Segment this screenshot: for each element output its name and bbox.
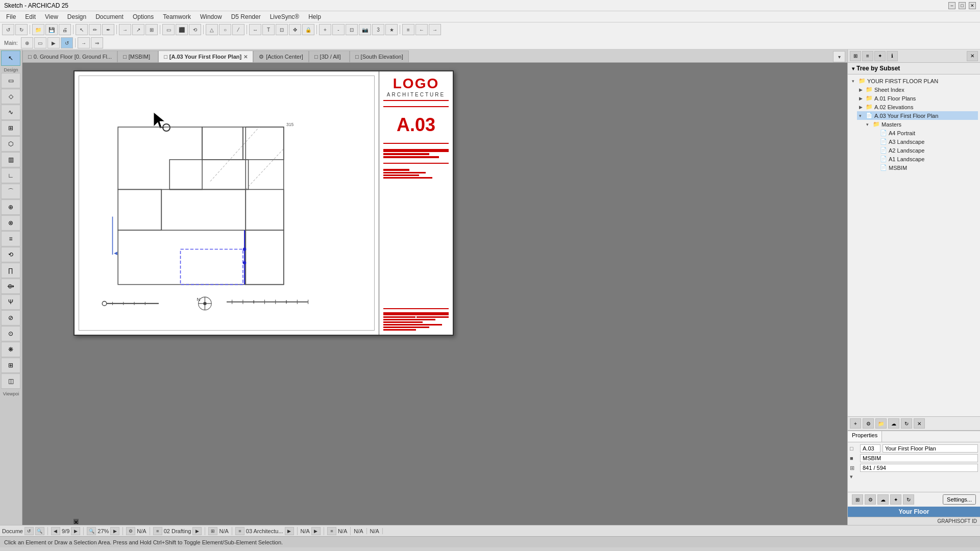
tree-item-root[interactable]: ▾ 📁 YOUR FIRST FLOOR PLAN [850, 77, 978, 85]
menu-teamwork[interactable]: Teamwork [159, 12, 195, 21]
tb-lock[interactable]: 🔒 [302, 24, 314, 35]
tool-column[interactable]: ◇ [1, 89, 20, 104]
tb-arrow[interactable]: ↖ [76, 24, 88, 35]
tool-corner[interactable]: ∟ [1, 168, 20, 183]
tb-magic[interactable]: ✏ [89, 24, 101, 35]
tree-item-a3[interactable]: 📄 A3 Landscape [871, 137, 978, 146]
menu-file[interactable]: File [2, 12, 20, 21]
close-button[interactable]: ✕ [969, 2, 976, 9]
tool-stair[interactable]: ≡ [1, 231, 20, 246]
tool-shell[interactable]: ⟴ [1, 279, 20, 294]
tb-cam[interactable]: 📷 [359, 24, 371, 35]
status-layer2-next[interactable]: ▶ [285, 527, 294, 535]
tool-fill[interactable]: ▥ [1, 152, 20, 167]
tool-railing[interactable]: ⟲ [1, 247, 20, 262]
tb-multi[interactable]: ⊞ [145, 24, 158, 35]
maximize-button[interactable]: □ [959, 2, 966, 9]
rp-tab-properties[interactable]: ✦ [874, 51, 886, 61]
menu-help[interactable]: Help [304, 12, 325, 21]
menu-edit[interactable]: Edit [21, 12, 40, 21]
status-na4-icon[interactable]: ≡ [327, 527, 336, 535]
tb-save[interactable]: 💾 [45, 24, 58, 35]
menu-d5render[interactable]: D5 Render [227, 12, 265, 21]
tool-library[interactable]: ⊞ [1, 358, 20, 373]
status-zoom-right[interactable]: ▶ [110, 527, 119, 535]
canvas-wrapper[interactable]: N [22, 63, 847, 525]
tool-viewport[interactable]: ◫ [1, 373, 20, 389]
rb-tab-properties[interactable]: Properties [848, 431, 882, 442]
tab-south[interactable]: □ [South Elevation] [350, 51, 409, 62]
status-zoom-out[interactable]: 🔍 [35, 527, 44, 535]
tool-slab[interactable]: ⊞ [1, 120, 20, 136]
status-nav-next[interactable]: ▶ [71, 527, 80, 535]
rb-icon-3[interactable]: ☁ [877, 494, 889, 505]
tab-ground-floor[interactable]: □ 0. Ground Floor [0. Ground Fl... [22, 51, 117, 62]
tb-layers[interactable]: ≡ [402, 24, 414, 35]
rp-tab-organizer[interactable]: ≡ [862, 51, 873, 61]
tb-select3[interactable]: ▶ [47, 37, 60, 48]
tb-open[interactable]: 📁 [32, 24, 44, 35]
rp-action-folder[interactable]: 📁 [875, 418, 887, 429]
status-nav-prev[interactable]: ◀ [51, 527, 60, 535]
rp-tab-close[interactable]: ✕ [967, 51, 978, 61]
tb-redo[interactable]: ↻ [15, 24, 28, 35]
tb-move[interactable]: ✥ [289, 24, 301, 35]
tool-arc[interactable]: ⌒ [1, 184, 20, 199]
tab-floor-plan[interactable]: □ [A.03 Your First Floor Plan] ✕ [158, 51, 253, 62]
tree-item-masters[interactable]: ▾ 📁 Masters [864, 120, 978, 129]
status-zoom-btn[interactable]: 🔍 [87, 527, 96, 535]
tree-item-elevations[interactable]: ▶ 📁 A.02 Elevations [857, 103, 978, 111]
rb-icon-1[interactable]: ⊞ [852, 494, 863, 505]
menu-options[interactable]: Options [129, 12, 158, 21]
status-na3-btn[interactable]: ▶ [311, 527, 321, 535]
tb-zoom-in[interactable]: + [319, 24, 331, 35]
scroll-corner[interactable]: ✕ [74, 519, 79, 524]
tree-item-sheet-index[interactable]: ▶ 📁 Sheet Index [857, 85, 978, 94]
tb-wall[interactable]: ▭ [162, 24, 175, 35]
rp-tab-info[interactable]: ℹ [887, 51, 898, 61]
tool-beam[interactable]: ∿ [1, 105, 20, 120]
menu-design[interactable]: Design [63, 12, 90, 21]
menu-view[interactable]: View [41, 12, 62, 21]
tb-back[interactable]: ← [415, 24, 428, 35]
tb-fwd[interactable]: → [429, 24, 441, 35]
tb-arrow3[interactable]: ↗ [132, 24, 144, 35]
tool-arrow[interactable]: ↖ [1, 51, 20, 66]
tree-item-a2[interactable]: 📄 A2 Landscape [871, 146, 978, 155]
settings-button[interactable]: Settings... [943, 494, 976, 505]
rp-action-close[interactable]: ✕ [914, 418, 925, 429]
status-layer1-next[interactable]: ▶ [192, 527, 202, 535]
tool-morph[interactable]: Ψ [1, 294, 20, 310]
tool-window[interactable]: ⊗ [1, 215, 20, 231]
rp-tab-navigator[interactable]: ⊞ [850, 51, 861, 61]
window-controls[interactable]: – □ ✕ [948, 2, 976, 9]
tb-print[interactable]: 🖨 [59, 24, 71, 35]
minimize-button[interactable]: – [948, 2, 955, 9]
tb-arrow2[interactable]: → [119, 24, 131, 35]
tb-wall2[interactable]: ⬛ [176, 24, 188, 35]
tb-select4[interactable]: ↺ [61, 37, 73, 48]
tab-action[interactable]: ⚙ [Action Center] [253, 51, 309, 62]
tb-3d[interactable]: 3 [372, 24, 384, 35]
tb-circle[interactable]: ○ [219, 24, 231, 35]
tb-fit[interactable]: ⊡ [346, 24, 358, 35]
menu-window[interactable]: Window [196, 12, 226, 21]
tb-select2[interactable]: ▭ [34, 37, 46, 48]
rp-action-settings[interactable]: ⚙ [863, 418, 874, 429]
tab-close-button[interactable]: ✕ [243, 54, 248, 60]
tool-curtainwall[interactable]: ∏ [1, 263, 20, 278]
tab-3d[interactable]: □ [3D / All] [309, 51, 350, 62]
tool-mesh[interactable]: ⊘ [1, 310, 20, 325]
status-prev-btn[interactable]: ↺ [24, 527, 34, 535]
tb-zoom-out[interactable]: - [332, 24, 345, 35]
rb-icon-5[interactable]: ↻ [903, 494, 914, 505]
tab-nav-btn[interactable]: ▾ [833, 51, 845, 62]
tb-undo[interactable]: ↺ [2, 24, 14, 35]
tb-render[interactable]: ★ [385, 24, 398, 35]
tree-item-a4[interactable]: 📄 A4 Portrait [871, 129, 978, 137]
tb-snap[interactable]: ⊡ [276, 24, 288, 35]
tool-door[interactable]: ⊕ [1, 199, 20, 215]
menu-document[interactable]: Document [91, 12, 128, 21]
tool-object[interactable]: ❋ [1, 342, 20, 357]
tb-rotate[interactable]: ⟲ [189, 24, 201, 35]
